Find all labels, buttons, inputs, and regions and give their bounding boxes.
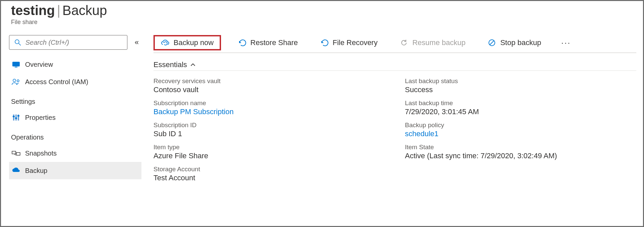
field-item-state: Item State Active (Last sync time: 7/29/…: [405, 144, 636, 160]
page-title: testing|Backup: [11, 3, 633, 18]
sidebar-item-access-control[interactable]: Access Control (IAM): [9, 73, 141, 90]
sidebar-item-backup[interactable]: Backup: [9, 162, 141, 179]
storage-account-value: Test Account: [153, 174, 385, 182]
stop-backup-label: Stop backup: [500, 38, 541, 47]
backup-now-icon: [161, 38, 170, 47]
svg-rect-13: [16, 153, 20, 155]
search-icon: [13, 38, 22, 47]
refresh-icon: [400, 38, 408, 47]
svg-point-4: [13, 79, 16, 82]
subscription-id-label: Subscription ID: [153, 122, 385, 129]
file-recovery-label: File Recovery: [333, 38, 378, 47]
sidebar-item-overview[interactable]: Overview: [9, 56, 141, 73]
field-storage-account: Storage Account Test Account: [153, 166, 385, 182]
svg-rect-6: [13, 115, 14, 121]
subscription-id-value: Sub ID 1: [153, 130, 385, 138]
recovery-vault-value: Contoso vault: [153, 85, 385, 94]
command-bar: Backup now Restore Share File Recovery: [153, 33, 636, 53]
backup-now-button[interactable]: Backup now: [153, 35, 221, 50]
resume-backup-label: Resume backup: [412, 38, 465, 47]
more-commands-button[interactable]: ···: [558, 38, 574, 47]
item-type-label: Item type: [153, 144, 385, 151]
sidebar-item-label: Overview: [25, 61, 53, 68]
main-content: Backup now Restore Share File Recovery: [141, 29, 643, 226]
subscription-name-link[interactable]: Backup PM Subscription: [153, 107, 385, 116]
backup-icon: [12, 166, 20, 175]
item-state-label: Item State: [405, 144, 636, 151]
title-separator: |: [57, 3, 60, 18]
sidebar-section-settings: Settings: [11, 98, 141, 105]
essentials-column-right: Last backup status Success Last backup t…: [405, 77, 636, 188]
overview-icon: [12, 60, 20, 69]
storage-account-label: Storage Account: [153, 166, 385, 173]
page-header: testing|Backup File share: [1, 1, 643, 29]
svg-line-16: [490, 41, 494, 45]
sidebar-item-label: Snapshots: [25, 150, 57, 157]
field-last-backup-time: Last backup time 7/29/2020, 3:01:45 AM: [405, 99, 636, 116]
window-frame: testing|Backup File share « Overview: [0, 0, 644, 227]
resource-type-label: File share: [11, 19, 633, 26]
last-backup-time-value: 7/29/2020, 3:01:45 AM: [405, 107, 636, 116]
item-type-value: Azure File Share: [153, 152, 385, 160]
field-subscription-id: Subscription ID Sub ID 1: [153, 122, 385, 138]
field-item-type: Item type Azure File Share: [153, 144, 385, 160]
sidebar-item-label: Properties: [25, 114, 56, 122]
stop-backup-button[interactable]: Stop backup: [482, 36, 546, 50]
last-backup-time-label: Last backup time: [405, 99, 636, 107]
resume-backup-button: Resume backup: [394, 36, 471, 50]
sidebar-item-snapshots[interactable]: Snapshots: [9, 145, 141, 162]
sidebar-search-input[interactable]: [25, 39, 123, 46]
field-recovery-vault: Recovery services vault Contoso vault: [153, 77, 385, 94]
svg-rect-11: [17, 115, 19, 117]
page-body: « Overview Access Control (IAM) Settings: [1, 29, 643, 226]
sidebar-item-properties[interactable]: Properties: [9, 109, 141, 126]
sidebar-item-label: Access Control (IAM): [25, 78, 88, 86]
item-state-value: Active (Last sync time: 7/29/2020, 3:02:…: [405, 152, 636, 160]
collapse-sidebar-icon[interactable]: «: [133, 37, 140, 48]
svg-point-0: [15, 40, 19, 44]
sidebar: « Overview Access Control (IAM) Settings: [1, 29, 141, 226]
svg-rect-10: [15, 118, 17, 119]
sidebar-item-label: Backup: [25, 167, 47, 175]
prohibit-icon: [488, 38, 496, 47]
restore-share-button[interactable]: Restore Share: [232, 36, 303, 50]
undo-icon: [320, 38, 329, 47]
svg-line-1: [19, 43, 21, 45]
svg-rect-2: [12, 62, 20, 66]
essentials-toggle[interactable]: Essentials: [153, 60, 636, 69]
essentials-column-left: Recovery services vault Contoso vault Su…: [153, 77, 385, 188]
svg-rect-9: [13, 116, 15, 117]
backup-policy-link[interactable]: schedule1: [405, 130, 636, 138]
svg-rect-12: [12, 151, 16, 154]
essentials-panel: Recovery services vault Contoso vault Su…: [153, 70, 636, 188]
file-recovery-button[interactable]: File Recovery: [315, 36, 383, 50]
resource-name: testing: [11, 3, 55, 18]
backup-now-label: Backup now: [174, 38, 214, 47]
subscription-name-label: Subscription name: [153, 99, 385, 107]
field-subscription-name: Subscription name Backup PM Subscription: [153, 99, 385, 116]
people-icon: [12, 77, 20, 86]
backup-policy-label: Backup policy: [405, 122, 636, 129]
restore-share-label: Restore Share: [250, 38, 298, 47]
sidebar-search-box[interactable]: [9, 35, 127, 50]
sidebar-search-row: «: [9, 35, 140, 50]
essentials-label: Essentials: [153, 60, 187, 69]
field-last-backup-status: Last backup status Success: [405, 77, 636, 94]
undo-icon: [238, 38, 246, 47]
sidebar-section-operations: Operations: [11, 134, 141, 141]
recovery-vault-label: Recovery services vault: [153, 77, 385, 85]
properties-icon: [12, 113, 20, 122]
last-backup-status-value: Success: [405, 85, 636, 94]
chevron-up-icon: [190, 63, 196, 67]
svg-rect-3: [15, 67, 17, 67]
snapshots-icon: [12, 149, 20, 158]
page-name: Backup: [63, 3, 107, 18]
last-backup-status-label: Last backup status: [405, 77, 636, 85]
field-backup-policy: Backup policy schedule1: [405, 122, 636, 138]
svg-point-5: [17, 80, 19, 82]
